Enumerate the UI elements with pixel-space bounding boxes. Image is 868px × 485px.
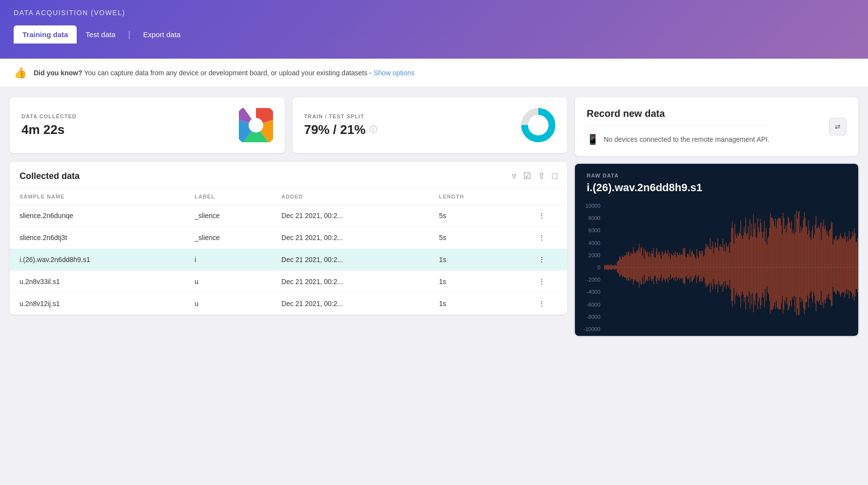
stat-info-collected: DATA COLLECTED 4m 22s xyxy=(21,113,77,137)
app-title: DATA ACQUISITION (VOWEL) xyxy=(14,9,854,17)
cell-label: u xyxy=(185,271,272,293)
waveform-container: 10000 8000 6000 4000 2000 0 -2000 -4000 … xyxy=(575,199,858,336)
row-menu-icon[interactable]: ⋮ xyxy=(516,293,567,315)
raw-data-header: RAW DATA i.(26).wav.2n6dd8h9.s1 xyxy=(575,164,858,199)
collected-data-card: Collected data ▿ ☑ ⇧ □ SAMPLE NAME LABEL… xyxy=(10,162,567,314)
donut-chart xyxy=(521,108,555,142)
expand-icon[interactable]: □ xyxy=(552,171,557,181)
collected-header: Collected data ▿ ☑ ⇧ □ xyxy=(10,162,567,189)
y-label-8000: 8000 xyxy=(589,215,600,221)
cell-name: i.(26).wav.2n6dd8h9.s1 xyxy=(10,249,185,271)
collected-title: Collected data xyxy=(20,171,80,181)
row-menu-icon[interactable]: ⋮ xyxy=(516,271,567,293)
table-row[interactable]: u.2n8v33il.s1 u Dec 21 2021, 00:2... 1s … xyxy=(10,271,567,293)
title-sub: (VOWEL) xyxy=(91,9,125,17)
cell-label: _slience xyxy=(185,205,272,227)
raw-data-label: RAW DATA xyxy=(587,173,847,178)
data-table: SAMPLE NAME LABEL ADDED LENGTH slience.2… xyxy=(10,189,567,314)
show-options-link[interactable]: Show options xyxy=(374,69,415,77)
table-row[interactable]: slience.2n6dtj3t _slience Dec 21 2021, 0… xyxy=(10,227,567,249)
cell-length: 1s xyxy=(429,293,516,315)
split-value-row: 79% / 21% ⓘ xyxy=(304,122,378,137)
y-label-6000: 6000 xyxy=(589,227,600,233)
col-length: LENGTH xyxy=(429,189,516,205)
tab-test[interactable]: Test data xyxy=(77,25,124,44)
data-collected-card: DATA COLLECTED 4m 22s xyxy=(10,97,285,153)
check-icon[interactable]: ☑ xyxy=(523,171,531,181)
left-panel: DATA COLLECTED 4m 22s xyxy=(10,97,567,314)
tab-bar: Training data Test data | Export data xyxy=(14,25,854,44)
raw-data-card: RAW DATA i.(26).wav.2n6dd8h9.s1 10000 80… xyxy=(575,164,858,336)
raw-data-title: i.(26).wav.2n6dd8h9.s1 xyxy=(587,181,847,194)
banner-bold: Did you know? xyxy=(34,69,83,77)
row-menu-icon[interactable]: ⋮ xyxy=(516,227,567,249)
record-btn[interactable]: ⇄ xyxy=(829,118,847,135)
y-label-neg2000: -2000 xyxy=(587,277,600,283)
cell-label: u xyxy=(185,293,272,315)
record-new-data-card: Record new data 📱 No devices connected t… xyxy=(575,97,858,156)
cell-added: Dec 21 2021, 00:2... xyxy=(272,293,429,315)
tab-export[interactable]: Export data xyxy=(134,25,190,44)
y-label-0: 0 xyxy=(597,265,600,270)
main-content: DATA COLLECTED 4m 22s xyxy=(0,88,868,346)
cell-name: u.2n8v33il.s1 xyxy=(10,271,185,293)
split-value: 79% / 21% xyxy=(304,122,366,137)
y-label-neg10000: -10000 xyxy=(584,326,600,332)
svg-point-8 xyxy=(534,121,542,129)
no-devices-text: No devices connected to the remote manag… xyxy=(604,135,769,143)
no-devices-row: 📱 No devices connected to the remote man… xyxy=(587,126,769,145)
y-label-2000: 2000 xyxy=(589,252,600,258)
cell-added: Dec 21 2021, 00:2... xyxy=(272,271,429,293)
y-label-10000: 10000 xyxy=(585,203,600,209)
data-collected-value: 4m 22s xyxy=(21,122,77,137)
cell-added: Dec 21 2021, 00:2... xyxy=(272,249,429,271)
cell-label: i xyxy=(185,249,272,271)
train-test-split-card: TRAIN / TEST SPLIT 79% / 21% ⓘ xyxy=(293,97,568,153)
stat-info-split: TRAIN / TEST SPLIT 79% / 21% ⓘ xyxy=(304,113,378,137)
svg-point-5 xyxy=(250,119,262,131)
cell-length: 5s xyxy=(429,227,516,249)
table-header-row: SAMPLE NAME LABEL ADDED LENGTH xyxy=(10,189,567,205)
cell-length: 5s xyxy=(429,205,516,227)
info-banner: 👍 Did you know? You can capture data fro… xyxy=(0,59,868,88)
y-label-neg4000: -4000 xyxy=(587,289,600,295)
device-icon: 📱 xyxy=(587,133,599,145)
record-title: Record new data xyxy=(587,108,769,119)
y-label-neg8000: -8000 xyxy=(587,314,600,320)
col-label: LABEL xyxy=(185,189,272,205)
pie-chart xyxy=(239,108,273,142)
row-menu-icon[interactable]: ⋮ xyxy=(516,205,567,227)
waveform-canvas xyxy=(604,204,858,331)
banner-text: Did you know? You can capture data from … xyxy=(34,69,415,77)
collected-actions: ▿ ☑ ⇧ □ xyxy=(512,171,557,181)
record-card-content: Record new data 📱 No devices connected t… xyxy=(587,108,769,145)
tab-training[interactable]: Training data xyxy=(14,25,77,44)
cell-name: u.2n8v12ij.s1 xyxy=(10,293,185,315)
cell-name: slience.2n6dtj3t xyxy=(10,227,185,249)
thumbs-up-icon: 👍 xyxy=(14,66,27,79)
cell-name: slience.2n6dunqe xyxy=(10,205,185,227)
row-menu-icon[interactable]: ⋮ xyxy=(516,249,567,271)
col-added: ADDED xyxy=(272,189,429,205)
stats-row: DATA COLLECTED 4m 22s xyxy=(10,97,567,153)
data-collected-label: DATA COLLECTED xyxy=(21,113,77,119)
help-icon[interactable]: ⓘ xyxy=(369,125,377,135)
y-label-neg6000: -6000 xyxy=(587,302,600,308)
right-panel: Record new data 📱 No devices connected t… xyxy=(575,97,858,336)
cell-label: _slience xyxy=(185,227,272,249)
table-row[interactable]: slience.2n6dunqe _slience Dec 21 2021, 0… xyxy=(10,205,567,227)
y-label-4000: 4000 xyxy=(589,240,600,246)
cell-length: 1s xyxy=(429,249,516,271)
col-actions xyxy=(516,189,567,205)
filter-icon[interactable]: ▿ xyxy=(512,171,516,181)
upload-icon[interactable]: ⇧ xyxy=(538,171,545,181)
cell-length: 1s xyxy=(429,271,516,293)
table-row[interactable]: i.(26).wav.2n6dd8h9.s1 i Dec 21 2021, 00… xyxy=(10,249,567,271)
waveform-area xyxy=(604,204,858,331)
cell-added: Dec 21 2021, 00:2... xyxy=(272,205,429,227)
tab-separator: | xyxy=(124,29,134,40)
col-sample-name: SAMPLE NAME xyxy=(10,189,185,205)
split-label: TRAIN / TEST SPLIT xyxy=(304,113,378,119)
banner-body: You can capture data from any device or … xyxy=(83,69,374,77)
table-row[interactable]: u.2n8v12ij.s1 u Dec 21 2021, 00:2... 1s … xyxy=(10,293,567,315)
